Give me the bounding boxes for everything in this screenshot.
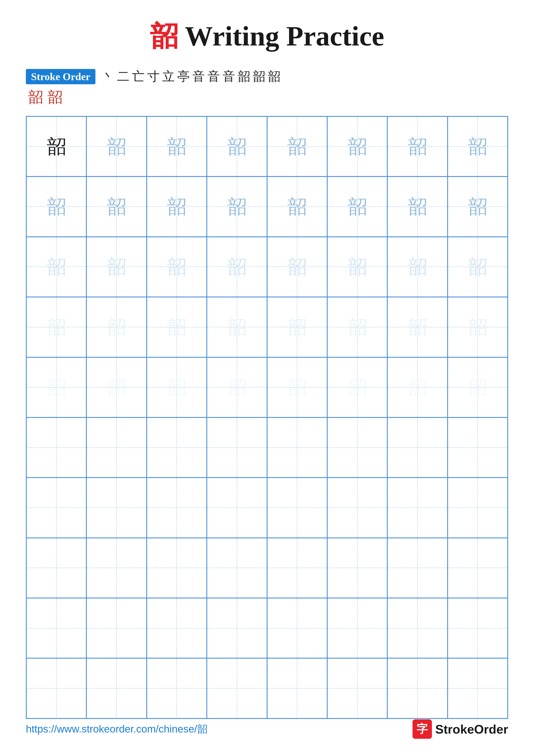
grid-cell[interactable] xyxy=(207,538,267,598)
grid-cell[interactable]: 韶 xyxy=(26,116,87,176)
grid-cell[interactable]: 韶 xyxy=(87,116,146,176)
grid-cell[interactable]: 韶 xyxy=(327,176,387,237)
grid-cell[interactable]: 韶 xyxy=(447,297,508,357)
grid-cell[interactable] xyxy=(147,418,207,477)
grid-cell[interactable]: 韶 xyxy=(267,237,327,297)
grid-cell[interactable] xyxy=(26,418,87,477)
practice-char: 韶 xyxy=(408,378,427,397)
practice-char: 韶 xyxy=(408,317,427,337)
grid-cell[interactable] xyxy=(327,418,387,477)
grid-cell[interactable]: 韶 xyxy=(327,297,387,357)
stroke-order-badge: Stroke Order xyxy=(26,69,95,84)
grid-cell[interactable] xyxy=(447,658,508,718)
grid-cell[interactable] xyxy=(387,418,447,477)
grid-cell[interactable] xyxy=(87,538,146,598)
grid-cell[interactable]: 韶 xyxy=(207,116,267,176)
grid-cell[interactable]: 韶 xyxy=(147,237,207,297)
grid-cell[interactable]: 韶 xyxy=(147,176,207,237)
grid-cell[interactable]: 韶 xyxy=(327,237,387,297)
grid-cell[interactable]: 韶 xyxy=(447,237,508,297)
footer-logo-text: StrokeOrder xyxy=(435,722,508,736)
grid-cell[interactable]: 韶 xyxy=(387,357,447,418)
practice-char: 韶 xyxy=(408,197,427,216)
grid-cell[interactable]: 韶 xyxy=(26,357,87,418)
grid-cell[interactable]: 韶 xyxy=(267,357,327,418)
grid-cell[interactable]: 韶 xyxy=(26,297,87,357)
grid-cell[interactable] xyxy=(87,418,146,477)
grid-cell[interactable] xyxy=(207,477,267,538)
grid-cell[interactable] xyxy=(207,598,267,658)
grid-cell[interactable]: 韶 xyxy=(26,237,87,297)
grid-cell[interactable]: 韶 xyxy=(87,176,146,237)
grid-row xyxy=(26,538,508,598)
practice-char: 韶 xyxy=(47,137,66,156)
grid-cell[interactable]: 韶 xyxy=(26,176,87,237)
grid-cell[interactable] xyxy=(267,538,327,598)
grid-cell[interactable]: 韶 xyxy=(327,116,387,176)
practice-char: 韶 xyxy=(107,137,126,156)
grid-cell[interactable]: 韶 xyxy=(207,237,267,297)
grid-cell[interactable] xyxy=(207,658,267,718)
grid-row: 韶 韶 韶 韶 韶 韶 韶 韶 xyxy=(26,116,508,176)
grid-cell[interactable] xyxy=(267,658,327,718)
grid-row xyxy=(26,658,508,718)
grid-cell[interactable]: 韶 xyxy=(447,357,508,418)
grid-cell[interactable] xyxy=(87,477,146,538)
practice-char: 韶 xyxy=(468,197,487,216)
practice-char: 韶 xyxy=(468,378,487,397)
grid-row: 韶 韶 韶 韶 韶 韶 韶 韶 xyxy=(26,357,508,418)
grid-cell[interactable] xyxy=(87,598,146,658)
grid-cell[interactable] xyxy=(87,658,146,718)
grid-cell[interactable]: 韶 xyxy=(267,297,327,357)
grid-cell[interactable] xyxy=(147,538,207,598)
grid-cell[interactable]: 韶 xyxy=(207,297,267,357)
practice-char: 韶 xyxy=(167,137,186,156)
grid-cell[interactable] xyxy=(267,418,327,477)
grid-cell[interactable] xyxy=(267,598,327,658)
grid-row: 韶 韶 韶 韶 韶 韶 韶 韶 xyxy=(26,297,508,357)
grid-cell[interactable] xyxy=(387,538,447,598)
grid-cell[interactable] xyxy=(147,658,207,718)
grid-cell[interactable] xyxy=(267,477,327,538)
practice-char: 韶 xyxy=(107,317,126,337)
grid-cell[interactable] xyxy=(447,538,508,598)
grid-cell[interactable] xyxy=(147,477,207,538)
grid-cell[interactable]: 韶 xyxy=(207,357,267,418)
practice-char: 韶 xyxy=(227,257,247,277)
grid-cell[interactable] xyxy=(387,598,447,658)
grid-cell[interactable] xyxy=(327,658,387,718)
practice-char: 韶 xyxy=(167,257,186,277)
grid-cell[interactable] xyxy=(447,598,508,658)
grid-cell[interactable] xyxy=(387,658,447,718)
grid-cell[interactable]: 韶 xyxy=(387,116,447,176)
practice-char: 韶 xyxy=(47,197,66,216)
grid-cell[interactable] xyxy=(207,418,267,477)
grid-cell[interactable]: 韶 xyxy=(387,176,447,237)
grid-cell[interactable] xyxy=(26,658,87,718)
grid-cell[interactable]: 韶 xyxy=(87,237,146,297)
grid-cell[interactable] xyxy=(327,538,387,598)
grid-cell[interactable] xyxy=(26,477,87,538)
grid-cell[interactable] xyxy=(147,598,207,658)
grid-cell[interactable]: 韶 xyxy=(447,176,508,237)
grid-cell[interactable]: 韶 xyxy=(147,116,207,176)
grid-cell[interactable]: 韶 xyxy=(147,297,207,357)
grid-cell[interactable]: 韶 xyxy=(87,357,146,418)
grid-cell[interactable] xyxy=(327,598,387,658)
footer-url[interactable]: https://www.strokeorder.com/chinese/韶 xyxy=(26,722,207,736)
grid-cell[interactable]: 韶 xyxy=(207,176,267,237)
grid-cell[interactable]: 韶 xyxy=(387,297,447,357)
grid-cell[interactable] xyxy=(447,477,508,538)
grid-cell[interactable] xyxy=(26,538,87,598)
grid-cell[interactable] xyxy=(26,598,87,658)
grid-cell[interactable]: 韶 xyxy=(267,176,327,237)
grid-cell[interactable]: 韶 xyxy=(387,237,447,297)
grid-cell[interactable] xyxy=(447,418,508,477)
grid-cell[interactable]: 韶 xyxy=(447,116,508,176)
grid-cell[interactable]: 韶 xyxy=(87,297,146,357)
grid-cell[interactable]: 韶 xyxy=(327,357,387,418)
grid-cell[interactable] xyxy=(387,477,447,538)
grid-cell[interactable] xyxy=(327,477,387,538)
grid-cell[interactable]: 韶 xyxy=(267,116,327,176)
grid-cell[interactable]: 韶 xyxy=(147,357,207,418)
